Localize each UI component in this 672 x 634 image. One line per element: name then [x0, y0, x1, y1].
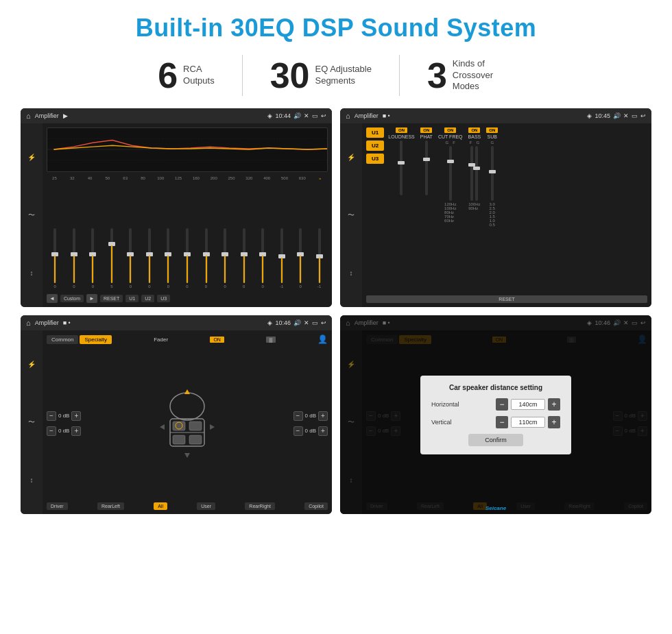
slider-5[interactable]: 0 [141, 228, 158, 289]
db-plus-tr[interactable]: + [318, 411, 328, 421]
slider-13[interactable]: 0 [292, 228, 309, 289]
svg-point-3 [170, 393, 204, 420]
bass-on[interactable]: ON [468, 127, 480, 133]
home-icon-3[interactable]: ⌂ [26, 319, 31, 327]
freq-500: 500 [277, 176, 293, 180]
rearright-btn[interactable]: RearRight [245, 502, 275, 510]
slider-0[interactable]: 0 [47, 228, 64, 289]
stat-eq: 30 EQ AdjustableSegments [243, 58, 399, 93]
loudness-slider[interactable] [400, 141, 403, 195]
home-icon-1[interactable]: ⌂ [26, 112, 31, 120]
cutfreq-on[interactable]: ON [444, 127, 456, 133]
db-plus-bl[interactable]: + [71, 426, 81, 436]
horizontal-minus-btn[interactable]: − [496, 398, 508, 411]
vertical-plus-btn[interactable]: + [548, 416, 560, 428]
left-sidebar-2: ⚡ 〜 ↕ [340, 123, 362, 307]
phat-slider[interactable] [425, 141, 428, 195]
slider-11[interactable]: 0 [254, 228, 272, 289]
cutfreq-slider[interactable] [449, 146, 452, 201]
fader-toggle-off[interactable]: ||| [266, 337, 275, 343]
next-btn[interactable]: ► [86, 294, 97, 303]
db-minus-br[interactable]: − [293, 426, 303, 436]
slider-10[interactable]: 0 [235, 228, 252, 289]
all-btn[interactable]: All [154, 502, 167, 510]
loudness-on[interactable]: ON [396, 127, 407, 133]
custom-btn[interactable]: Custom [60, 295, 84, 302]
sub-on[interactable]: ON [486, 127, 498, 133]
reset-btn-1[interactable]: RESET [100, 295, 123, 302]
dialog-control-vertical: − 110cm + [496, 416, 560, 428]
freq-125: 125 [171, 176, 187, 180]
tab-common[interactable]: Common [47, 335, 78, 344]
arrows-icon-3[interactable]: ↕ [30, 476, 34, 484]
screen-content-2: ⚡ 〜 ↕ U1 U2 U3 ON [340, 123, 651, 307]
left-sidebar-3: ⚡ 〜 ↕ [21, 330, 43, 514]
slider-4[interactable]: 0 [122, 228, 139, 289]
slider-7[interactable]: 0 [179, 228, 196, 289]
slider-6[interactable]: 0 [160, 228, 177, 289]
arrows-icon[interactable]: ↕ [30, 269, 34, 277]
dialog-label-horizontal: Horizontal [431, 401, 459, 408]
prev-btn[interactable]: ◄ [47, 294, 58, 303]
home-icon-2[interactable]: ⌂ [346, 112, 350, 120]
db-minus-tr[interactable]: − [293, 411, 303, 421]
eq-graph [47, 127, 328, 172]
location-icon-1: ◈ [267, 112, 272, 119]
vertical-value: 110cm [511, 417, 545, 428]
time-2: 10:45 [595, 112, 610, 119]
location-icon-2: ◈ [587, 112, 592, 119]
db-minus-bl[interactable]: − [47, 426, 56, 436]
fader-on-toggle[interactable]: ON [210, 337, 224, 343]
slider-3[interactable]: 5 [104, 228, 121, 289]
app-name-1: Amplifier [35, 112, 59, 119]
u3-btn-1[interactable]: U3 [157, 295, 170, 302]
amp2-left-btns: U1 U2 U3 [366, 127, 384, 293]
u1-btn-1[interactable]: U1 [125, 295, 139, 302]
dialog-row-vertical: Vertical − 110cm + [431, 416, 560, 428]
eq-icon[interactable]: ⚡ [27, 154, 36, 161]
slider-14[interactable]: -1 [311, 228, 328, 289]
tab-specialty[interactable]: Specialty [80, 335, 111, 344]
slider-8[interactable]: 0 [197, 228, 215, 289]
arrows-icon-2[interactable]: ↕ [350, 269, 353, 277]
eq-icon-2[interactable]: ⚡ [347, 154, 355, 161]
freq-200: 200 [206, 176, 221, 180]
confirm-button[interactable]: Confirm [468, 434, 523, 446]
bass-slider-1[interactable] [470, 146, 473, 201]
slider-9[interactable]: 0 [217, 228, 234, 289]
eq-freq-labels: 25 32 40 50 63 80 100 125 160 200 250 32… [47, 176, 328, 180]
slider-1[interactable]: 0 [66, 228, 83, 289]
u3-preset[interactable]: U3 [366, 154, 384, 164]
db-plus-br[interactable]: + [318, 426, 328, 436]
db-plus-tl[interactable]: + [71, 411, 81, 421]
copilot-btn[interactable]: Copilot [304, 502, 328, 510]
driver-btn[interactable]: Driver [47, 502, 68, 510]
stat-label-crossover: Kinds ofCrossover Modes [453, 58, 514, 93]
u2-preset[interactable]: U2 [366, 141, 384, 151]
horizontal-plus-btn[interactable]: + [548, 398, 560, 411]
user-btn[interactable]: User [197, 502, 215, 510]
close-icon-1: ✕ [304, 112, 309, 119]
slider-12[interactable]: -1 [273, 228, 290, 289]
bass-slider-2[interactable] [475, 146, 478, 201]
fader-label: Fader [154, 337, 168, 343]
app-name-3: Amplifier [35, 319, 59, 326]
vertical-minus-btn[interactable]: − [496, 416, 508, 428]
eq-icon-3[interactable]: ⚡ [27, 361, 36, 368]
reset-btn-2[interactable]: RESET [366, 295, 647, 303]
wave-icon[interactable]: 〜 [28, 210, 35, 220]
phat-on[interactable]: ON [420, 127, 432, 133]
db-row-bl: − 0 dB + [47, 426, 81, 436]
rearleft-btn[interactable]: RearLeft [97, 502, 124, 510]
slider-2[interactable]: 0 [84, 228, 101, 289]
u2-btn-1[interactable]: U2 [141, 295, 154, 302]
amp3-bottom: Driver RearLeft All User RearRight Copil… [47, 502, 328, 510]
db-controls-left: − 0 dB + − 0 dB + [47, 347, 81, 500]
tab-group: Common Specialty [47, 335, 112, 344]
u1-preset[interactable]: U1 [366, 127, 384, 138]
sub-slider[interactable] [491, 146, 494, 201]
db-minus-tl[interactable]: − [47, 411, 56, 421]
wave-icon-3[interactable]: 〜 [28, 417, 35, 427]
eq-bottom-bar: ◄ Custom ► RESET U1 U2 U3 [47, 294, 328, 303]
wave-icon-2[interactable]: 〜 [348, 210, 355, 220]
